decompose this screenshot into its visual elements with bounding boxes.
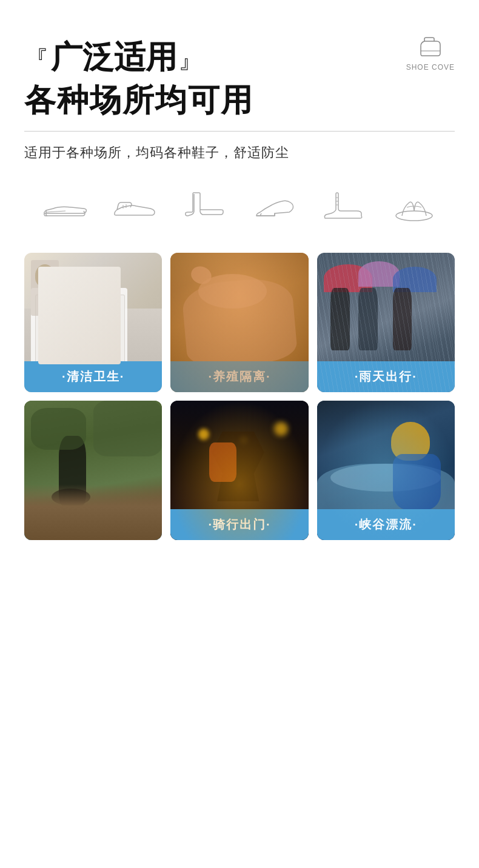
label-cycling: ·骑行出门· — [170, 509, 308, 540]
grid-item-cycling: ·骑行出门· — [170, 401, 308, 540]
brand-shoe-icon — [417, 36, 444, 61]
page-wrapper: SHOE COVE 『 广泛适用 』 各种场所均可用 适用于各种场所，均码各种鞋… — [0, 0, 479, 585]
bottom-image-grid: ·泥泞道路· ·骑行出门· ·峡谷漂流· — [24, 401, 455, 540]
svg-point-10 — [396, 211, 432, 221]
sandal-icon — [384, 186, 444, 229]
divider — [24, 131, 455, 132]
title-line2: 各种场所均可用 — [24, 81, 455, 119]
brand-name: SHOE COVE — [406, 63, 455, 72]
boot-icon — [175, 186, 235, 229]
sneaker-icon — [105, 186, 166, 229]
shoe-icons-row — [24, 186, 455, 229]
bracket-close: 』 — [178, 43, 203, 76]
label-rain: ·雨天出行· — [317, 361, 455, 392]
top-image-grid: ·清洁卫生· ·养殖隔离· ·雨天出行· — [24, 253, 455, 392]
subtitle: 适用于各种场所，均码各种鞋子，舒适防尘 — [24, 144, 455, 162]
grid-item-farming: ·养殖隔离· — [170, 253, 308, 392]
svg-line-1 — [46, 211, 65, 212]
title-line1: 『 广泛适用 』 — [24, 36, 455, 79]
grid-item-rafting: ·峡谷漂流· — [317, 401, 455, 540]
label-farming: ·养殖隔离· — [170, 361, 308, 392]
flat-shoe-icon — [35, 186, 96, 229]
grid-item-clean: ·清洁卫生· — [24, 253, 162, 392]
title-main-text: 广泛适用 — [51, 36, 177, 79]
grid-item-mud: ·泥泞道路· — [24, 401, 162, 540]
header-section: SHOE COVE 『 广泛适用 』 各种场所均可用 — [24, 36, 455, 119]
brand-logo: SHOE COVE — [406, 36, 455, 72]
sock-shoe-icon — [314, 186, 375, 229]
label-mud: ·泥泞道路· — [24, 509, 162, 540]
label-clean: ·清洁卫生· — [24, 361, 162, 392]
cabinet-decoration — [31, 288, 127, 365]
grid-item-rain: ·雨天出行· — [317, 253, 455, 392]
label-rafting: ·峡谷漂流· — [317, 509, 455, 540]
heel-icon — [244, 186, 305, 229]
bracket-open: 『 — [24, 43, 49, 76]
